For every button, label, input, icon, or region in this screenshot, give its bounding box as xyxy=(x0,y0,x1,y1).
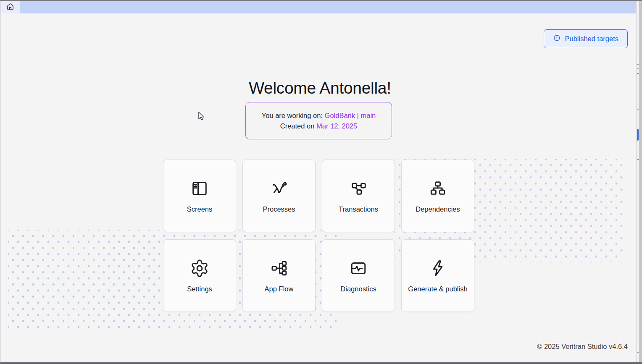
screens-icon xyxy=(190,179,209,200)
published-targets-button[interactable]: Published targets xyxy=(544,29,628,48)
welcome-title: Welcome Antonella! xyxy=(0,79,639,97)
home-icon xyxy=(6,2,15,13)
workspace-line: You are working on: GoldBank | main xyxy=(262,110,376,121)
card-label: Dependencies xyxy=(416,205,460,213)
card-settings[interactable]: Settings xyxy=(163,239,236,312)
card-app-flow[interactable]: App Flow xyxy=(242,239,316,312)
card-label: Transactions xyxy=(339,205,378,213)
card-dependencies[interactable]: Dependencies xyxy=(401,160,474,232)
working-on-prefix: You are working on: xyxy=(262,112,325,119)
window-edge-strip xyxy=(639,1,642,363)
navigation-cards-grid: Screens Processes xyxy=(163,160,474,312)
settings-icon xyxy=(190,259,209,280)
card-label: App Flow xyxy=(265,285,294,293)
app-window: Published targets Welcome Antonella! You… xyxy=(0,0,642,364)
card-screens[interactable]: Screens xyxy=(163,160,236,232)
mouse-cursor xyxy=(197,111,205,122)
scrollbar-ruler[interactable] xyxy=(636,1,639,363)
copyright-text: © 2025 Veritran Studio v4.6.4 xyxy=(537,343,628,351)
processes-icon xyxy=(269,179,289,200)
created-line: Created on Mar 12, 2025 xyxy=(280,121,357,131)
project-branch-link[interactable]: GoldBank | main xyxy=(325,112,376,119)
card-processes[interactable]: Processes xyxy=(242,160,316,232)
created-prefix: Created on xyxy=(280,122,316,130)
card-generate-publish[interactable]: Generate & publish xyxy=(401,239,474,312)
home-tab[interactable] xyxy=(0,1,20,13)
transactions-icon xyxy=(349,179,368,200)
published-targets-label: Published targets xyxy=(565,35,619,43)
workspace-info-box: You are working on: GoldBank | main Crea… xyxy=(245,102,392,139)
card-label: Diagnostics xyxy=(340,285,376,293)
app-flow-icon xyxy=(269,259,289,280)
scrollbar-thumb[interactable] xyxy=(637,129,639,141)
clock-icon xyxy=(553,34,561,44)
card-label: Generate & publish xyxy=(408,285,467,293)
card-label: Processes xyxy=(263,205,295,213)
dependencies-icon xyxy=(428,179,447,200)
card-label: Screens xyxy=(187,205,213,213)
generate-publish-icon xyxy=(428,259,447,280)
diagnostics-icon xyxy=(349,259,368,280)
created-date: Mar 12, 2025 xyxy=(316,122,357,130)
card-label: Settings xyxy=(187,285,212,293)
card-transactions[interactable]: Transactions xyxy=(322,160,395,232)
top-bar xyxy=(0,1,639,13)
card-diagnostics[interactable]: Diagnostics xyxy=(322,239,395,312)
